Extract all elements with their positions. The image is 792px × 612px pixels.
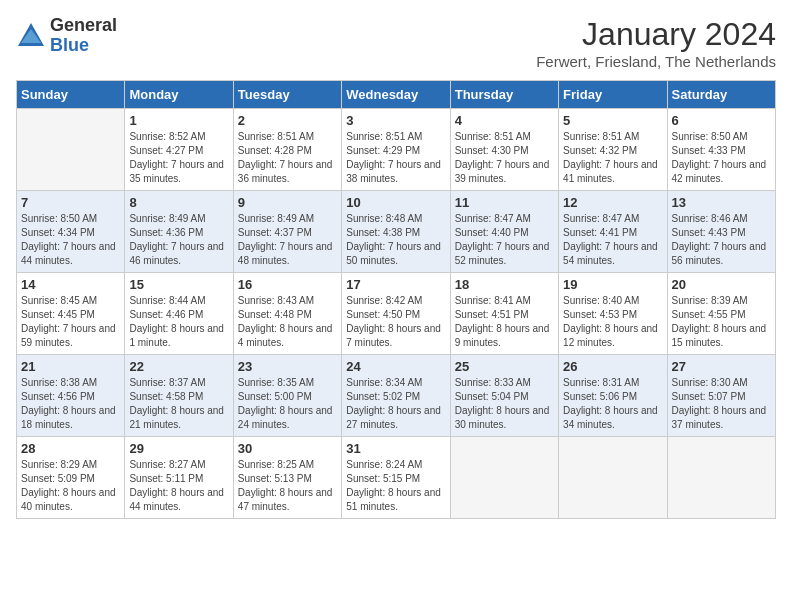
table-row: 24Sunrise: 8:34 AMSunset: 5:02 PMDayligh… <box>342 355 450 437</box>
table-row: 6Sunrise: 8:50 AMSunset: 4:33 PMDaylight… <box>667 109 775 191</box>
location-title: Ferwert, Friesland, The Netherlands <box>536 53 776 70</box>
day-number: 17 <box>346 277 445 292</box>
day-detail: Sunrise: 8:24 AMSunset: 5:15 PMDaylight:… <box>346 458 445 514</box>
day-number: 13 <box>672 195 771 210</box>
day-number: 22 <box>129 359 228 374</box>
day-detail: Sunrise: 8:44 AMSunset: 4:46 PMDaylight:… <box>129 294 228 350</box>
day-number: 9 <box>238 195 337 210</box>
day-detail: Sunrise: 8:30 AMSunset: 5:07 PMDaylight:… <box>672 376 771 432</box>
day-number: 14 <box>21 277 120 292</box>
table-row: 18Sunrise: 8:41 AMSunset: 4:51 PMDayligh… <box>450 273 558 355</box>
table-row: 17Sunrise: 8:42 AMSunset: 4:50 PMDayligh… <box>342 273 450 355</box>
day-number: 2 <box>238 113 337 128</box>
calendar-week-row: 21Sunrise: 8:38 AMSunset: 4:56 PMDayligh… <box>17 355 776 437</box>
table-row: 9Sunrise: 8:49 AMSunset: 4:37 PMDaylight… <box>233 191 341 273</box>
table-row <box>667 437 775 519</box>
day-number: 12 <box>563 195 662 210</box>
header-sunday: Sunday <box>17 81 125 109</box>
logo-text: General Blue <box>50 16 117 56</box>
day-detail: Sunrise: 8:46 AMSunset: 4:43 PMDaylight:… <box>672 212 771 268</box>
logo-blue: Blue <box>50 36 117 56</box>
day-detail: Sunrise: 8:31 AMSunset: 5:06 PMDaylight:… <box>563 376 662 432</box>
table-row: 21Sunrise: 8:38 AMSunset: 4:56 PMDayligh… <box>17 355 125 437</box>
day-number: 26 <box>563 359 662 374</box>
header-tuesday: Tuesday <box>233 81 341 109</box>
day-detail: Sunrise: 8:27 AMSunset: 5:11 PMDaylight:… <box>129 458 228 514</box>
day-number: 7 <box>21 195 120 210</box>
table-row: 4Sunrise: 8:51 AMSunset: 4:30 PMDaylight… <box>450 109 558 191</box>
day-number: 23 <box>238 359 337 374</box>
table-row: 29Sunrise: 8:27 AMSunset: 5:11 PMDayligh… <box>125 437 233 519</box>
day-number: 29 <box>129 441 228 456</box>
day-detail: Sunrise: 8:40 AMSunset: 4:53 PMDaylight:… <box>563 294 662 350</box>
logo-icon <box>16 21 46 51</box>
table-row: 11Sunrise: 8:47 AMSunset: 4:40 PMDayligh… <box>450 191 558 273</box>
header-thursday: Thursday <box>450 81 558 109</box>
table-row: 13Sunrise: 8:46 AMSunset: 4:43 PMDayligh… <box>667 191 775 273</box>
calendar-table: Sunday Monday Tuesday Wednesday Thursday… <box>16 80 776 519</box>
day-detail: Sunrise: 8:34 AMSunset: 5:02 PMDaylight:… <box>346 376 445 432</box>
table-row: 14Sunrise: 8:45 AMSunset: 4:45 PMDayligh… <box>17 273 125 355</box>
table-row: 5Sunrise: 8:51 AMSunset: 4:32 PMDaylight… <box>559 109 667 191</box>
day-detail: Sunrise: 8:47 AMSunset: 4:41 PMDaylight:… <box>563 212 662 268</box>
table-row: 22Sunrise: 8:37 AMSunset: 4:58 PMDayligh… <box>125 355 233 437</box>
day-number: 11 <box>455 195 554 210</box>
day-detail: Sunrise: 8:41 AMSunset: 4:51 PMDaylight:… <box>455 294 554 350</box>
header-monday: Monday <box>125 81 233 109</box>
day-detail: Sunrise: 8:35 AMSunset: 5:00 PMDaylight:… <box>238 376 337 432</box>
table-row: 27Sunrise: 8:30 AMSunset: 5:07 PMDayligh… <box>667 355 775 437</box>
table-row: 15Sunrise: 8:44 AMSunset: 4:46 PMDayligh… <box>125 273 233 355</box>
calendar-week-row: 7Sunrise: 8:50 AMSunset: 4:34 PMDaylight… <box>17 191 776 273</box>
day-number: 4 <box>455 113 554 128</box>
day-detail: Sunrise: 8:51 AMSunset: 4:29 PMDaylight:… <box>346 130 445 186</box>
day-number: 10 <box>346 195 445 210</box>
day-number: 27 <box>672 359 771 374</box>
calendar-week-row: 28Sunrise: 8:29 AMSunset: 5:09 PMDayligh… <box>17 437 776 519</box>
table-row: 30Sunrise: 8:25 AMSunset: 5:13 PMDayligh… <box>233 437 341 519</box>
day-detail: Sunrise: 8:38 AMSunset: 4:56 PMDaylight:… <box>21 376 120 432</box>
title-area: January 2024 Ferwert, Friesland, The Net… <box>536 16 776 70</box>
day-detail: Sunrise: 8:49 AMSunset: 4:37 PMDaylight:… <box>238 212 337 268</box>
day-number: 5 <box>563 113 662 128</box>
table-row <box>17 109 125 191</box>
table-row: 1Sunrise: 8:52 AMSunset: 4:27 PMDaylight… <box>125 109 233 191</box>
day-detail: Sunrise: 8:48 AMSunset: 4:38 PMDaylight:… <box>346 212 445 268</box>
month-title: January 2024 <box>536 16 776 53</box>
day-number: 16 <box>238 277 337 292</box>
table-row: 28Sunrise: 8:29 AMSunset: 5:09 PMDayligh… <box>17 437 125 519</box>
calendar-week-row: 1Sunrise: 8:52 AMSunset: 4:27 PMDaylight… <box>17 109 776 191</box>
day-number: 8 <box>129 195 228 210</box>
day-number: 18 <box>455 277 554 292</box>
day-number: 30 <box>238 441 337 456</box>
table-row: 2Sunrise: 8:51 AMSunset: 4:28 PMDaylight… <box>233 109 341 191</box>
day-detail: Sunrise: 8:33 AMSunset: 5:04 PMDaylight:… <box>455 376 554 432</box>
day-detail: Sunrise: 8:51 AMSunset: 4:30 PMDaylight:… <box>455 130 554 186</box>
day-detail: Sunrise: 8:47 AMSunset: 4:40 PMDaylight:… <box>455 212 554 268</box>
table-row: 12Sunrise: 8:47 AMSunset: 4:41 PMDayligh… <box>559 191 667 273</box>
table-row <box>559 437 667 519</box>
day-detail: Sunrise: 8:50 AMSunset: 4:34 PMDaylight:… <box>21 212 120 268</box>
day-number: 3 <box>346 113 445 128</box>
table-row <box>450 437 558 519</box>
day-number: 21 <box>21 359 120 374</box>
day-detail: Sunrise: 8:51 AMSunset: 4:28 PMDaylight:… <box>238 130 337 186</box>
table-row: 7Sunrise: 8:50 AMSunset: 4:34 PMDaylight… <box>17 191 125 273</box>
header-saturday: Saturday <box>667 81 775 109</box>
table-row: 25Sunrise: 8:33 AMSunset: 5:04 PMDayligh… <box>450 355 558 437</box>
day-detail: Sunrise: 8:25 AMSunset: 5:13 PMDaylight:… <box>238 458 337 514</box>
day-detail: Sunrise: 8:52 AMSunset: 4:27 PMDaylight:… <box>129 130 228 186</box>
logo-general: General <box>50 16 117 36</box>
day-detail: Sunrise: 8:49 AMSunset: 4:36 PMDaylight:… <box>129 212 228 268</box>
day-number: 6 <box>672 113 771 128</box>
table-row: 31Sunrise: 8:24 AMSunset: 5:15 PMDayligh… <box>342 437 450 519</box>
table-row: 10Sunrise: 8:48 AMSunset: 4:38 PMDayligh… <box>342 191 450 273</box>
logo: General Blue <box>16 16 117 56</box>
day-detail: Sunrise: 8:29 AMSunset: 5:09 PMDaylight:… <box>21 458 120 514</box>
page-header: General Blue January 2024 Ferwert, Fries… <box>16 16 776 70</box>
calendar-week-row: 14Sunrise: 8:45 AMSunset: 4:45 PMDayligh… <box>17 273 776 355</box>
table-row: 3Sunrise: 8:51 AMSunset: 4:29 PMDaylight… <box>342 109 450 191</box>
header-friday: Friday <box>559 81 667 109</box>
day-detail: Sunrise: 8:37 AMSunset: 4:58 PMDaylight:… <box>129 376 228 432</box>
day-number: 15 <box>129 277 228 292</box>
table-row: 16Sunrise: 8:43 AMSunset: 4:48 PMDayligh… <box>233 273 341 355</box>
